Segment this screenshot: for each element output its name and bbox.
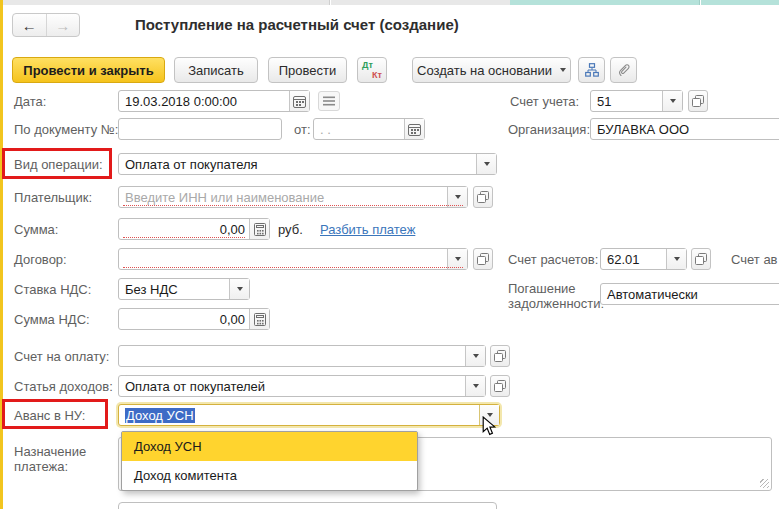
vat-rate-label: Ставка НДС: bbox=[14, 282, 91, 297]
chevron-down-icon bbox=[484, 162, 490, 166]
currency-label: руб. bbox=[278, 222, 303, 237]
form-modified-strip bbox=[0, 0, 3, 509]
open-icon bbox=[695, 253, 707, 265]
debt-repayment-value: Автоматически bbox=[601, 287, 779, 302]
income-item-open-button[interactable] bbox=[490, 375, 510, 397]
doc-date-field[interactable]: . . bbox=[313, 118, 425, 140]
amount-field[interactable]: 0,00 bbox=[118, 218, 270, 240]
selected-text: Доход УСН bbox=[125, 408, 195, 423]
advance-in-nu-value: Доход УСН bbox=[119, 408, 479, 423]
advance-in-nu-field[interactable]: Доход УСН bbox=[118, 404, 500, 426]
payment-invoice-dropdown-button[interactable] bbox=[465, 346, 485, 366]
open-icon bbox=[477, 191, 489, 203]
operation-type-value: Оплата от покупателя bbox=[119, 157, 476, 172]
payment-purpose-label: Назначение платежа: bbox=[14, 444, 99, 474]
organization-value: БУЛАВКА ООО bbox=[591, 122, 779, 137]
bottom-partial-field[interactable] bbox=[118, 502, 497, 509]
calendar-icon bbox=[408, 123, 421, 136]
chevron-down-icon bbox=[237, 287, 243, 291]
forward-button[interactable]: → bbox=[47, 14, 80, 36]
contract-open-button[interactable] bbox=[473, 248, 493, 270]
attachments-button[interactable] bbox=[610, 57, 637, 83]
organization-label: Организация: bbox=[508, 122, 590, 137]
open-icon bbox=[477, 253, 489, 265]
income-item-field[interactable]: Оплата от покупателей bbox=[118, 375, 486, 397]
structure-icon bbox=[585, 63, 599, 77]
open-icon bbox=[692, 95, 704, 107]
settlement-account-field[interactable]: 62.01 bbox=[600, 248, 687, 270]
history-nav-group: ← → bbox=[12, 13, 80, 37]
payment-invoice-label: Счет на оплату: bbox=[14, 349, 109, 364]
post-button[interactable]: Провести bbox=[268, 57, 347, 83]
chevron-down-icon bbox=[473, 354, 479, 358]
calendar-button[interactable] bbox=[289, 91, 309, 111]
payer-field[interactable]: Введите ИНН или наименование bbox=[118, 186, 468, 208]
calculator-icon bbox=[254, 313, 266, 326]
operation-type-label: Вид операции: bbox=[14, 157, 103, 172]
chevron-down-icon bbox=[473, 384, 479, 388]
window-edge-strip bbox=[331, 0, 510, 5]
contract-field[interactable] bbox=[118, 248, 468, 270]
payment-invoice-open-button[interactable] bbox=[490, 345, 510, 367]
advance-in-nu-dropdown-list: Доход УСН Доход комитента bbox=[121, 431, 418, 491]
payment-invoice-field[interactable] bbox=[118, 345, 486, 367]
chevron-down-icon bbox=[455, 195, 461, 199]
settlement-account-dropdown-button[interactable] bbox=[666, 249, 686, 269]
split-payment-link[interactable]: Разбить платеж bbox=[320, 222, 415, 237]
open-icon bbox=[494, 350, 506, 362]
vat-amount-calculator-button[interactable] bbox=[249, 309, 269, 329]
date-value: 19.03.2018 0:00:00 bbox=[119, 94, 289, 109]
accounting-account-dropdown-button[interactable] bbox=[662, 91, 682, 111]
vat-amount-field[interactable]: 0,00 bbox=[118, 308, 270, 330]
date-field[interactable]: 19.03.2018 0:00:00 bbox=[118, 90, 310, 112]
advance-account-label-clipped: Счет ав bbox=[731, 252, 778, 267]
write-button[interactable]: Записать bbox=[174, 57, 258, 83]
contract-dropdown-button[interactable] bbox=[447, 249, 467, 269]
doc-date-label: от: bbox=[294, 122, 311, 137]
related-documents-button[interactable] bbox=[578, 57, 605, 83]
create-based-on-button[interactable]: Создать на основании bbox=[412, 57, 571, 83]
accounting-account-label: Счет учета: bbox=[510, 94, 579, 109]
dropdown-item-dohod-usn[interactable]: Доход УСН bbox=[122, 432, 417, 461]
back-button[interactable]: ← bbox=[13, 14, 46, 36]
accounting-account-field[interactable]: 51 bbox=[590, 90, 683, 112]
resize-grip[interactable] bbox=[760, 479, 769, 488]
contract-label: Договор: bbox=[14, 252, 67, 267]
doc-date-calendar-button[interactable] bbox=[404, 119, 424, 139]
dropdown-item-dohod-komitenta[interactable]: Доход комитента bbox=[122, 461, 417, 490]
settlement-account-value: 62.01 bbox=[601, 252, 666, 267]
post-and-close-button[interactable]: Провести и закрыть bbox=[12, 57, 165, 83]
settlement-account-label: Счет расчетов: bbox=[508, 252, 598, 267]
doc-date-placeholder: . . bbox=[314, 122, 404, 137]
debt-repayment-field[interactable]: Автоматически bbox=[600, 283, 779, 305]
required-field-underline bbox=[123, 267, 463, 268]
vat-rate-field[interactable]: Без НДС bbox=[118, 278, 250, 300]
vat-amount-value: 0,00 bbox=[119, 312, 249, 327]
page-title: Поступление на расчетный счет (создание) bbox=[135, 16, 459, 33]
window-edge-strip bbox=[0, 0, 330, 5]
dt-kt-postings-button[interactable]: ДтКт bbox=[357, 57, 387, 83]
receipt-form-window: ← → Поступление на расчетный счет (созда… bbox=[0, 0, 779, 509]
chevron-down-icon bbox=[455, 257, 461, 261]
payer-open-button[interactable] bbox=[473, 186, 493, 208]
chevron-down-icon bbox=[560, 68, 566, 72]
operation-type-dropdown-button[interactable] bbox=[476, 154, 496, 174]
payer-dropdown-button[interactable] bbox=[447, 187, 467, 207]
chevron-down-icon bbox=[670, 99, 676, 103]
vat-rate-dropdown-button[interactable] bbox=[229, 279, 249, 299]
amount-calculator-button[interactable] bbox=[249, 219, 269, 239]
amount-value: 0,00 bbox=[119, 222, 249, 237]
accounting-account-open-button[interactable] bbox=[688, 90, 708, 112]
payer-placeholder: Введите ИНН или наименование bbox=[119, 190, 447, 205]
vat-amount-label: Сумма НДС: bbox=[14, 312, 90, 327]
doc-number-label: По документу №: bbox=[14, 122, 118, 137]
doc-number-field[interactable] bbox=[118, 118, 282, 140]
debt-repayment-label: Погашение задолженности: bbox=[508, 281, 598, 311]
amount-label: Сумма: bbox=[14, 222, 58, 237]
income-item-dropdown-button[interactable] bbox=[465, 376, 485, 396]
operation-type-field[interactable]: Оплата от покупателя bbox=[118, 153, 497, 175]
date-label: Дата: bbox=[14, 94, 46, 109]
settlement-account-open-button[interactable] bbox=[691, 248, 711, 270]
organization-field[interactable]: БУЛАВКА ООО bbox=[590, 118, 779, 140]
date-list-button[interactable] bbox=[318, 91, 340, 111]
